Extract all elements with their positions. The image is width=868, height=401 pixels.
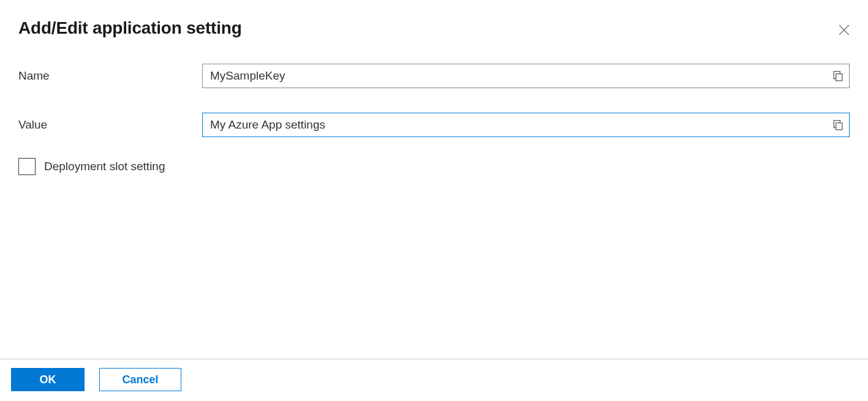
name-input[interactable]	[202, 64, 850, 88]
close-icon	[839, 24, 850, 36]
dialog-title: Add/Edit application setting	[18, 18, 242, 38]
dialog-footer: OK Cancel	[0, 359, 868, 401]
svg-rect-1	[836, 123, 842, 130]
name-row: Name	[18, 64, 850, 88]
copy-value-button[interactable]	[832, 119, 843, 130]
name-label: Name	[18, 69, 202, 83]
dialog-panel: Add/Edit application setting Name Value	[0, 0, 868, 355]
deployment-slot-checkbox[interactable]	[18, 158, 36, 175]
value-input-wrap	[202, 113, 850, 137]
value-input[interactable]	[202, 113, 850, 137]
deployment-slot-row: Deployment slot setting	[18, 158, 850, 175]
close-button[interactable]	[836, 22, 852, 38]
value-label: Value	[18, 118, 202, 132]
name-input-wrap	[202, 64, 850, 88]
deployment-slot-label: Deployment slot setting	[44, 160, 165, 173]
value-row: Value	[18, 113, 850, 137]
dialog-header: Add/Edit application setting	[18, 18, 850, 38]
copy-icon	[832, 119, 843, 130]
svg-rect-0	[836, 74, 842, 81]
ok-button[interactable]: OK	[11, 368, 85, 391]
copy-icon	[832, 70, 843, 81]
copy-name-button[interactable]	[832, 70, 843, 81]
cancel-button[interactable]: Cancel	[99, 368, 181, 391]
